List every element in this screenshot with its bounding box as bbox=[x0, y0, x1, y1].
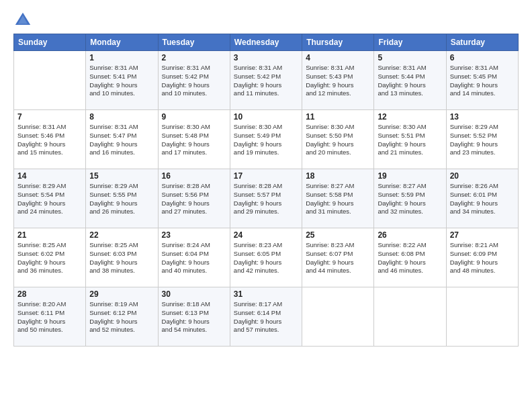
calendar-cell bbox=[374, 287, 446, 347]
calendar-cell: 31Sunrise: 8:17 AMSunset: 6:14 PMDayligh… bbox=[230, 287, 302, 347]
day-number: 25 bbox=[306, 230, 370, 240]
calendar-cell: 23Sunrise: 8:24 AMSunset: 6:04 PMDayligh… bbox=[158, 228, 230, 287]
calendar-cell: 5Sunrise: 8:31 AMSunset: 5:44 PMDaylight… bbox=[374, 51, 446, 110]
day-number: 3 bbox=[234, 53, 298, 62]
calendar-cell: 30Sunrise: 8:18 AMSunset: 6:13 PMDayligh… bbox=[158, 287, 230, 347]
day-number: 1 bbox=[89, 53, 154, 62]
calendar-cell: 12Sunrise: 8:30 AMSunset: 5:51 PMDayligh… bbox=[374, 110, 446, 169]
calendar-cell: 1Sunrise: 8:31 AMSunset: 5:41 PMDaylight… bbox=[86, 51, 158, 110]
calendar-cell: 3Sunrise: 8:31 AMSunset: 5:42 PMDaylight… bbox=[230, 51, 302, 110]
cell-text: Sunrise: 8:19 AMSunset: 6:12 PMDaylight:… bbox=[89, 300, 154, 334]
calendar-cell: 2Sunrise: 8:31 AMSunset: 5:42 PMDaylight… bbox=[158, 51, 230, 110]
week-row-4: 28Sunrise: 8:20 AMSunset: 6:11 PMDayligh… bbox=[14, 287, 519, 347]
day-number: 6 bbox=[450, 53, 515, 62]
day-number: 9 bbox=[162, 112, 226, 122]
day-number: 17 bbox=[234, 171, 298, 181]
day-number: 14 bbox=[17, 171, 82, 181]
calendar-cell: 19Sunrise: 8:27 AMSunset: 5:59 PMDayligh… bbox=[374, 169, 446, 228]
header-day-sunday: Sunday bbox=[14, 34, 86, 51]
calendar-cell: 27Sunrise: 8:21 AMSunset: 6:09 PMDayligh… bbox=[446, 228, 518, 287]
cell-text: Sunrise: 8:30 AMSunset: 5:50 PMDaylight:… bbox=[306, 123, 370, 157]
calendar-cell: 9Sunrise: 8:30 AMSunset: 5:48 PMDaylight… bbox=[158, 110, 230, 169]
cell-text: Sunrise: 8:29 AMSunset: 5:55 PMDaylight:… bbox=[89, 182, 154, 216]
calendar-cell: 29Sunrise: 8:19 AMSunset: 6:12 PMDayligh… bbox=[86, 287, 158, 347]
cell-text: Sunrise: 8:28 AMSunset: 5:56 PMDaylight:… bbox=[162, 182, 226, 216]
day-number: 23 bbox=[162, 230, 226, 240]
day-number: 2 bbox=[162, 53, 226, 62]
day-number: 28 bbox=[17, 289, 82, 299]
cell-text: Sunrise: 8:27 AMSunset: 5:59 PMDaylight:… bbox=[378, 182, 442, 216]
day-number: 22 bbox=[89, 230, 154, 240]
calendar-cell: 11Sunrise: 8:30 AMSunset: 5:50 PMDayligh… bbox=[302, 110, 374, 169]
week-row-1: 7Sunrise: 8:31 AMSunset: 5:46 PMDaylight… bbox=[14, 110, 519, 169]
calendar-cell: 25Sunrise: 8:23 AMSunset: 6:07 PMDayligh… bbox=[302, 228, 374, 287]
header-day-wednesday: Wednesday bbox=[230, 34, 302, 51]
calendar-cell bbox=[302, 287, 374, 347]
cell-text: Sunrise: 8:31 AMSunset: 5:46 PMDaylight:… bbox=[17, 123, 82, 157]
cell-text: Sunrise: 8:17 AMSunset: 6:14 PMDaylight:… bbox=[234, 300, 298, 334]
cell-text: Sunrise: 8:31 AMSunset: 5:43 PMDaylight:… bbox=[306, 64, 370, 98]
cell-text: Sunrise: 8:20 AMSunset: 6:11 PMDaylight:… bbox=[17, 300, 82, 334]
day-number: 24 bbox=[234, 230, 298, 240]
calendar-cell: 20Sunrise: 8:26 AMSunset: 6:01 PMDayligh… bbox=[446, 169, 518, 228]
calendar-cell: 28Sunrise: 8:20 AMSunset: 6:11 PMDayligh… bbox=[14, 287, 86, 347]
day-number: 16 bbox=[162, 171, 226, 181]
cell-text: Sunrise: 8:30 AMSunset: 5:51 PMDaylight:… bbox=[378, 123, 442, 157]
cell-text: Sunrise: 8:29 AMSunset: 5:52 PMDaylight:… bbox=[450, 123, 515, 157]
day-number: 29 bbox=[89, 289, 154, 299]
header-day-thursday: Thursday bbox=[302, 34, 374, 51]
day-number: 18 bbox=[306, 171, 370, 181]
day-number: 13 bbox=[450, 112, 515, 122]
week-row-3: 21Sunrise: 8:25 AMSunset: 6:02 PMDayligh… bbox=[14, 228, 519, 287]
day-number: 21 bbox=[17, 230, 82, 240]
cell-text: Sunrise: 8:31 AMSunset: 5:44 PMDaylight:… bbox=[378, 64, 442, 98]
calendar-table: SundayMondayTuesdayWednesdayThursdayFrid… bbox=[13, 34, 519, 347]
logo bbox=[13, 11, 35, 30]
cell-text: Sunrise: 8:22 AMSunset: 6:08 PMDaylight:… bbox=[378, 241, 442, 275]
calendar-cell: 26Sunrise: 8:22 AMSunset: 6:08 PMDayligh… bbox=[374, 228, 446, 287]
cell-text: Sunrise: 8:30 AMSunset: 5:49 PMDaylight:… bbox=[234, 123, 298, 157]
day-number: 10 bbox=[234, 112, 298, 122]
day-number: 15 bbox=[89, 171, 154, 181]
header-day-saturday: Saturday bbox=[446, 34, 518, 51]
cell-text: Sunrise: 8:28 AMSunset: 5:57 PMDaylight:… bbox=[234, 182, 298, 216]
day-number: 30 bbox=[162, 289, 226, 299]
calendar-cell: 13Sunrise: 8:29 AMSunset: 5:52 PMDayligh… bbox=[446, 110, 518, 169]
day-number: 19 bbox=[378, 171, 442, 181]
cell-text: Sunrise: 8:25 AMSunset: 6:03 PMDaylight:… bbox=[89, 241, 154, 275]
day-number: 31 bbox=[234, 289, 298, 299]
day-number: 27 bbox=[450, 230, 515, 240]
cell-text: Sunrise: 8:31 AMSunset: 5:42 PMDaylight:… bbox=[162, 64, 226, 98]
week-row-2: 14Sunrise: 8:29 AMSunset: 5:54 PMDayligh… bbox=[14, 169, 519, 228]
day-number: 5 bbox=[378, 53, 442, 62]
header-row: SundayMondayTuesdayWednesdayThursdayFrid… bbox=[14, 34, 519, 51]
header-day-tuesday: Tuesday bbox=[158, 34, 230, 51]
calendar-cell: 21Sunrise: 8:25 AMSunset: 6:02 PMDayligh… bbox=[14, 228, 86, 287]
calendar-cell: 7Sunrise: 8:31 AMSunset: 5:46 PMDaylight… bbox=[14, 110, 86, 169]
cell-text: Sunrise: 8:23 AMSunset: 6:07 PMDaylight:… bbox=[306, 241, 370, 275]
cell-text: Sunrise: 8:23 AMSunset: 6:05 PMDaylight:… bbox=[234, 241, 298, 275]
day-number: 4 bbox=[306, 53, 370, 62]
cell-text: Sunrise: 8:26 AMSunset: 6:01 PMDaylight:… bbox=[450, 182, 515, 216]
cell-text: Sunrise: 8:31 AMSunset: 5:41 PMDaylight:… bbox=[89, 64, 154, 98]
week-row-0: 1Sunrise: 8:31 AMSunset: 5:41 PMDaylight… bbox=[14, 51, 519, 110]
cell-text: Sunrise: 8:29 AMSunset: 5:54 PMDaylight:… bbox=[17, 182, 82, 216]
calendar-cell bbox=[14, 51, 86, 110]
calendar-cell: 6Sunrise: 8:31 AMSunset: 5:45 PMDaylight… bbox=[446, 51, 518, 110]
cell-text: Sunrise: 8:18 AMSunset: 6:13 PMDaylight:… bbox=[162, 300, 226, 334]
day-number: 26 bbox=[378, 230, 442, 240]
cell-text: Sunrise: 8:31 AMSunset: 5:45 PMDaylight:… bbox=[450, 64, 515, 98]
day-number: 12 bbox=[378, 112, 442, 122]
logo-icon bbox=[13, 11, 32, 30]
calendar-cell: 4Sunrise: 8:31 AMSunset: 5:43 PMDaylight… bbox=[302, 51, 374, 110]
cell-text: Sunrise: 8:30 AMSunset: 5:48 PMDaylight:… bbox=[162, 123, 226, 157]
calendar-cell: 22Sunrise: 8:25 AMSunset: 6:03 PMDayligh… bbox=[86, 228, 158, 287]
calendar-cell: 8Sunrise: 8:31 AMSunset: 5:47 PMDaylight… bbox=[86, 110, 158, 169]
page: SundayMondayTuesdayWednesdayThursdayFrid… bbox=[0, 0, 532, 411]
day-number: 11 bbox=[306, 112, 370, 122]
calendar-cell: 18Sunrise: 8:27 AMSunset: 5:58 PMDayligh… bbox=[302, 169, 374, 228]
calendar-cell: 10Sunrise: 8:30 AMSunset: 5:49 PMDayligh… bbox=[230, 110, 302, 169]
header bbox=[13, 11, 519, 30]
day-number: 7 bbox=[17, 112, 82, 122]
cell-text: Sunrise: 8:31 AMSunset: 5:47 PMDaylight:… bbox=[89, 123, 154, 157]
